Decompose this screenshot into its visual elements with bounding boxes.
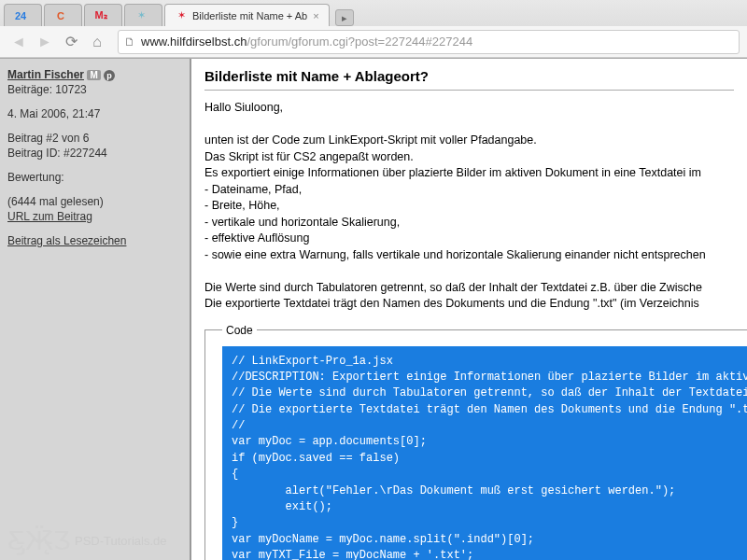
tab-3[interactable]: M₂ [84, 4, 122, 26]
post-main: Bilderliste mit Name + Ablageort? Hallo … [191, 59, 747, 560]
url-host: www.hilfdirselbst.ch [141, 35, 247, 49]
calendar-icon: 24 [14, 9, 27, 22]
post-number: Beitrag #2 von 6 [7, 132, 182, 145]
post-sidebar: Martin Fischer M p Beiträge: 10723 4. Ma… [0, 59, 191, 560]
code-container: Code // LinkExport-Pro_1a.jsx //DESCRIPT… [204, 324, 747, 561]
tab-active[interactable]: ✶ Bilderliste mit Name + Ab × [164, 4, 330, 26]
badge-p: p [104, 70, 115, 81]
url-path: /gforum/gforum.cgi?post=227244#227244 [247, 35, 472, 49]
badge-m: M [87, 70, 100, 80]
post-date: 4. Mai 2006, 21:47 [7, 107, 182, 120]
back-button[interactable]: ◄ [7, 31, 30, 53]
toolbar: ◄ ► ⟳ ⌂ 🗋 www.hilfdirselbst.ch/gforum/gf… [0, 26, 747, 58]
tab-2[interactable]: C [44, 4, 82, 26]
globe-icon: 🗋 [124, 35, 135, 49]
posts-count: Beiträge: 10723 [7, 83, 182, 96]
reload-button[interactable]: ⟳ [60, 31, 82, 53]
author-link[interactable]: Martin Fischer [7, 68, 84, 81]
tab-1[interactable]: 24 [4, 4, 42, 26]
rating-label: Bewertung: [7, 171, 182, 184]
tab-label: Bilderliste mit Name + Ab [192, 10, 307, 21]
rss-icon: C [54, 9, 67, 22]
url-bar[interactable]: 🗋 www.hilfdirselbst.ch/gforum/gforum.cgi… [118, 30, 740, 54]
code-block[interactable]: // LinkExport-Pro_1a.jsx //DESCRIPTION: … [222, 346, 747, 561]
browser-chrome: 24 C M₂ ✶ ✶ Bilderliste mit Name + Ab × … [0, 0, 747, 59]
bookmark-link[interactable]: Beitrag als Lesezeichen [7, 234, 126, 247]
page-content: Martin Fischer M p Beiträge: 10723 4. Ma… [0, 59, 747, 560]
tab-bar: 24 C M₂ ✶ ✶ Bilderliste mit Name + Ab × … [0, 0, 747, 26]
post-body: Hallo Siuloong, unten ist der Code zum L… [204, 100, 734, 313]
close-icon[interactable]: × [313, 10, 318, 21]
post-id: Beitrag ID: #227244 [7, 147, 182, 160]
site-icon: ✶ [175, 9, 188, 22]
home-button[interactable]: ⌂ [86, 31, 108, 53]
post-title: Bilderliste mit Name + Ablageort? [204, 68, 734, 91]
new-tab-button[interactable]: ▸ [335, 9, 354, 26]
gmail-icon: M₂ [94, 9, 107, 22]
forward-button[interactable]: ► [34, 31, 56, 53]
tab-4[interactable]: ✶ [124, 4, 162, 26]
url-to-post-link[interactable]: URL zum Beitrag [7, 210, 92, 223]
reads-count: (6444 mal gelesen) [7, 195, 182, 208]
code-legend: Code [222, 324, 257, 337]
star-icon: ✶ [134, 9, 148, 22]
